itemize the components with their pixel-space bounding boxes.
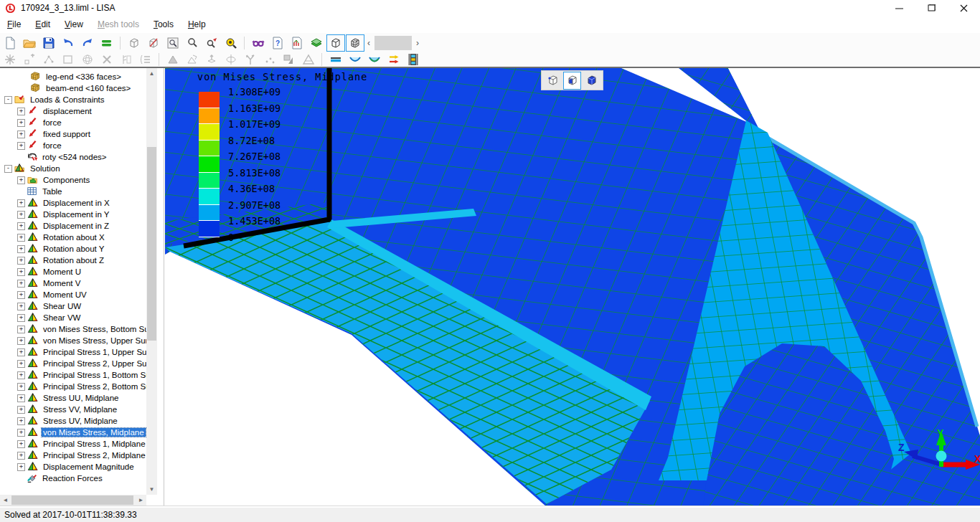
new-sphere-button[interactable]	[78, 51, 97, 68]
view-shaded-open-button[interactable]	[563, 72, 581, 90]
shell-line-button[interactable]	[326, 51, 345, 68]
expand-expander[interactable]: +	[17, 406, 25, 414]
collapse-expander[interactable]: -	[4, 96, 12, 104]
zoom-window-button[interactable]	[164, 34, 182, 52]
tree-item-principal-stress-2-bottom-sur[interactable]: +Principal Stress 2, Bottom Sur	[0, 381, 146, 392]
expand-expander[interactable]: +	[17, 440, 25, 448]
expand-expander[interactable]: +	[17, 222, 25, 230]
expand-expander[interactable]: +	[17, 176, 25, 184]
expand-expander[interactable]: +	[17, 337, 25, 345]
tree-item-moment-v[interactable]: +Moment V	[0, 277, 146, 289]
extrude-box-button[interactable]	[202, 51, 221, 68]
zoom-all-button[interactable]	[222, 34, 240, 52]
menu-tools[interactable]: Tools	[146, 16, 181, 32]
split-fork-button[interactable]	[241, 51, 260, 68]
shell-curve-button[interactable]	[346, 51, 364, 68]
shell-dish-button[interactable]	[365, 51, 384, 68]
expand-expander[interactable]: +	[17, 245, 25, 253]
triangle-flip-button[interactable]	[183, 51, 202, 68]
new-node-button[interactable]	[20, 51, 39, 68]
node-path-button[interactable]	[39, 51, 58, 68]
wireframe-hidden-button[interactable]	[144, 34, 163, 52]
menu-mesh-tools[interactable]: Mesh tools	[90, 16, 146, 32]
tree-item-displacement-in-z[interactable]: +Displacement in Z	[0, 220, 146, 232]
undo-button[interactable]	[59, 34, 77, 52]
menu-edit[interactable]: Edit	[28, 16, 57, 32]
tree-item-shear-uw[interactable]: +Shear UW	[0, 300, 146, 312]
expand-expander[interactable]: +	[17, 234, 25, 242]
tree-item-displacement[interactable]: +displacement	[0, 105, 146, 117]
redo-button[interactable]	[78, 34, 97, 52]
scroll-left-arrow[interactable]: ◄	[0, 495, 11, 506]
tree-item-principal-stress-2-midplane[interactable]: +Principal Stress 2, Midplane	[0, 450, 146, 461]
tree-item-moment-uv[interactable]: +Moment UV	[0, 289, 146, 300]
revolve-button[interactable]	[222, 51, 240, 68]
expand-expander[interactable]: +	[17, 291, 25, 299]
tree-item-principal-stress-2-upper-surf[interactable]: +Principal Stress 2, Upper Surf	[0, 358, 146, 369]
minimize-button[interactable]	[883, 0, 915, 16]
tree-item-reaction-forces[interactable]: Reaction Forces	[0, 473, 146, 484]
tree-item-components[interactable]: +Components	[0, 174, 146, 186]
expand-expander[interactable]: +	[17, 429, 25, 437]
tree-item-fixed-support[interactable]: +fixed support	[0, 128, 146, 140]
scroll-right-arrow[interactable]: ►	[136, 495, 146, 506]
tree-item-principal-stress-1-upper-surf[interactable]: +Principal Stress 1, Upper Surf	[0, 346, 146, 358]
view-menu-button[interactable]	[98, 34, 116, 52]
expand-expander[interactable]: +	[17, 280, 25, 288]
viewport-3d[interactable]: Y X Z von Mises Stress, Midplane 1.308E+…	[165, 68, 980, 506]
delete-button[interactable]	[98, 51, 116, 68]
menu-file[interactable]: File	[0, 16, 28, 32]
zoom-dynamic-button[interactable]	[202, 34, 221, 52]
expand-expander[interactable]: +	[17, 371, 25, 379]
tree-item-roty-524-nodes[interactable]: roty <524 nodes>	[0, 151, 146, 163]
scroll-up-arrow[interactable]: ▲	[146, 68, 157, 79]
tree-item-moment-u[interactable]: +Moment U	[0, 266, 146, 277]
tree-item-shear-vw[interactable]: +Shear VW	[0, 312, 146, 323]
layers-button[interactable]	[307, 34, 326, 52]
expand-expander[interactable]: +	[17, 348, 25, 356]
tree-item-von-mises-stress-bottom-sur[interactable]: +von Mises Stress, Bottom Sur	[0, 323, 146, 335]
view-wireframe-nodes-button[interactable]	[544, 72, 562, 90]
tree-item-principal-stress-1-midplane[interactable]: +Principal Stress 1, Midplane	[0, 438, 146, 450]
tree-item-table[interactable]: Table	[0, 186, 146, 197]
expand-expander[interactable]: +	[17, 119, 25, 127]
node-sequence-button[interactable]	[117, 51, 136, 68]
view-shaded-solid-button[interactable]	[583, 72, 600, 90]
tree-item-rotation-about-x[interactable]: +Rotation about X	[0, 232, 146, 243]
tree-item-principal-stress-1-bottom-sur[interactable]: +Principal Stress 1, Bottom Sur	[0, 369, 146, 381]
scroll-right-chevron[interactable]: ›	[413, 38, 422, 48]
tree-item-loads-constraints[interactable]: -Loads & Constraints	[0, 94, 146, 105]
triangle-solid-button[interactable]	[164, 51, 182, 68]
zoom-button[interactable]	[183, 34, 202, 52]
close-button[interactable]	[948, 0, 980, 16]
expand-expander[interactable]: +	[17, 199, 25, 207]
tree-item-displacement-in-y[interactable]: +Displacement in Y	[0, 209, 146, 220]
tree-item-displacement-magnitude[interactable]: +Displacement Magnitude	[0, 461, 146, 473]
tree-vertical-scrollbar[interactable]: ▲ ▼	[146, 68, 157, 495]
points-button[interactable]	[260, 51, 279, 68]
tree-item-solution[interactable]: -Solution	[0, 163, 146, 174]
expand-expander[interactable]: +	[17, 130, 25, 138]
tree-item-force[interactable]: +force	[0, 117, 146, 128]
expand-expander[interactable]: +	[17, 360, 25, 368]
tree-item-stress-uu-midplane[interactable]: +Stress UU, Midplane	[0, 392, 146, 404]
tree-item-von-mises-stress-upper-surf[interactable]: +von Mises Stress, Upper Surf	[0, 335, 146, 346]
expand-expander[interactable]: +	[17, 108, 25, 115]
expand-expander[interactable]: +	[17, 383, 25, 391]
expand-expander[interactable]: +	[17, 326, 25, 333]
tree-item-rotation-about-z[interactable]: +Rotation about Z	[0, 255, 146, 266]
expand-expander[interactable]: +	[17, 257, 25, 265]
load-arrows-button[interactable]	[385, 51, 403, 68]
collapse-expander[interactable]: -	[4, 165, 12, 173]
node-list-button[interactable]	[136, 51, 155, 68]
tree-item-beam-end-160-faces[interactable]: beam-end <160 faces>	[0, 82, 146, 94]
animate-film-button[interactable]	[404, 51, 423, 68]
scroll-left-chevron[interactable]: ‹	[364, 38, 373, 48]
tree-item-leg-end-336-faces[interactable]: leg-end <336 faces>	[0, 71, 146, 82]
toolbar-scroll-space[interactable]	[374, 36, 412, 50]
expand-expander[interactable]: +	[17, 303, 25, 310]
tree-item-stress-uv-midplane[interactable]: +Stress UV, Midplane	[0, 415, 146, 427]
refine-nodes-button[interactable]	[1, 51, 19, 68]
quality-triangle-button[interactable]	[299, 51, 318, 68]
wireframe-view-button[interactable]	[125, 34, 143, 52]
